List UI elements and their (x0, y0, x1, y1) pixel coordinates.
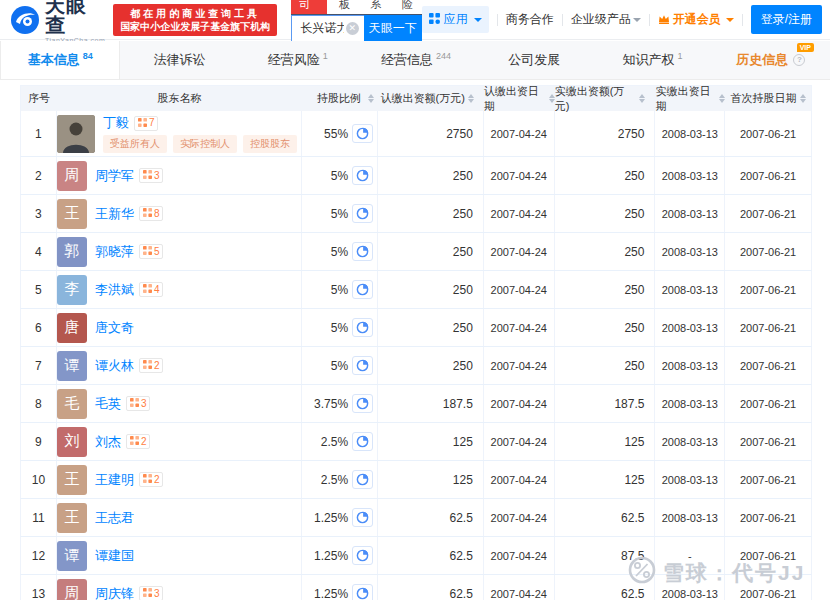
column-header[interactable]: 认缴出资额(万元) (378, 86, 484, 111)
enterprise-products-menu[interactable]: 企业级产品 (571, 11, 641, 28)
pie-chart-icon[interactable] (352, 508, 373, 527)
search-button[interactable]: 天眼一下 (364, 15, 422, 42)
avatar[interactable]: 王 (57, 503, 87, 533)
shareholder-name-link[interactable]: 王志君 (95, 509, 134, 527)
shareholder-name-link[interactable]: 丁毅 (103, 114, 129, 132)
relation-graph-icon (143, 170, 152, 181)
column-header[interactable]: 首次持股日期 (725, 86, 811, 111)
relation-count-badge[interactable]: 3 (139, 586, 164, 600)
row-index: 8 (35, 397, 42, 411)
table-row: 10 王 王建明 2 (20, 461, 812, 499)
shareholder-name-link[interactable]: 唐文奇 (95, 319, 134, 337)
section-tab[interactable]: 经营信息 244 ? (357, 41, 475, 79)
pie-chart-icon[interactable] (352, 204, 373, 223)
avatar[interactable]: 周 (57, 161, 87, 191)
paid-amount: 250 (624, 169, 644, 183)
row-index: 9 (35, 435, 42, 449)
pie-chart-icon[interactable] (352, 584, 373, 600)
pie-chart-icon[interactable] (352, 546, 373, 565)
shareholder-name-link[interactable]: 王新华 (95, 205, 134, 223)
paid-date: 2008-03-13 (662, 170, 718, 182)
shareholder-name-link[interactable]: 周学军 (95, 167, 134, 185)
sort-icon[interactable] (800, 94, 806, 103)
shareholder-name-link[interactable]: 周庆锋 (95, 585, 134, 600)
search-module: 查公司查老板查关系查风险 ✕ 天眼一下 (291, 0, 421, 42)
tianyancha-logo[interactable]: 天眼查 TianYanCha.com (10, 0, 105, 44)
relation-count-badge[interactable]: 5 (139, 244, 164, 259)
section-tab[interactable]: 法律诉讼 ? (120, 41, 238, 79)
shareholder-name-link[interactable]: 李洪斌 (95, 281, 134, 299)
business-cooperation-link[interactable]: 商务合作 (506, 11, 554, 28)
column-header[interactable]: 认缴出资日期 (484, 86, 555, 111)
avatar[interactable]: 王 (57, 465, 87, 495)
avatar[interactable]: 刘 (57, 427, 87, 457)
relation-count-badge[interactable]: 4 (139, 282, 164, 297)
paid-date: 2008-03-13 (662, 284, 718, 296)
paid-amount: 250 (624, 245, 644, 259)
vip-membership-menu[interactable]: 开通会员 (658, 11, 734, 28)
subscribed-amount: 62.5 (449, 511, 472, 525)
paid-amount: 250 (624, 207, 644, 221)
column-header[interactable]: 实缴出资日期 (655, 86, 725, 111)
sort-icon[interactable] (639, 94, 645, 103)
pie-chart-icon[interactable] (352, 432, 373, 451)
pie-chart-icon[interactable] (352, 470, 373, 489)
share-percent: 5% (331, 283, 348, 297)
apps-menu[interactable]: 应用 (422, 6, 489, 33)
shareholder-name-link[interactable]: 谭建国 (95, 547, 134, 565)
sort-icon[interactable] (468, 94, 474, 103)
shareholder-name-link[interactable]: 谭火林 (95, 357, 134, 375)
relation-count-badge[interactable]: 2 (139, 472, 164, 487)
pie-chart-icon[interactable] (352, 394, 373, 413)
avatar[interactable]: 王 (57, 199, 87, 229)
avatar[interactable]: 周 (57, 579, 87, 600)
section-tab[interactable]: 知识产权 1 ? (593, 41, 711, 79)
sort-icon[interactable] (368, 94, 374, 103)
section-tab[interactable]: 基本信息 84 ? (0, 41, 120, 79)
pie-chart-icon[interactable] (352, 356, 373, 375)
shareholder-tags: 受益所有人实际控制人控股股东 (103, 135, 297, 153)
section-tab[interactable]: 公司发展 ? (475, 41, 593, 79)
table-row: 4 郭 郭晓萍 5 (20, 233, 812, 271)
relation-count-badge[interactable]: 8 (139, 206, 164, 221)
relation-graph-icon (143, 284, 152, 295)
shareholder-name-link[interactable]: 王建明 (95, 471, 134, 489)
subscribed-date: 2007-04-24 (491, 128, 547, 140)
row-index: 7 (35, 359, 42, 373)
relation-count-badge[interactable]: 3 (139, 168, 164, 183)
avatar[interactable]: 谭 (57, 541, 87, 571)
shareholder-name-link[interactable]: 郭晓萍 (95, 243, 134, 261)
search-tab[interactable]: 查风险 (402, 0, 422, 14)
column-header[interactable]: 持股比例 (302, 86, 378, 111)
avatar[interactable]: 毛 (57, 389, 87, 419)
shareholder-name-link[interactable]: 毛英 (95, 395, 121, 413)
avatar[interactable]: 李 (57, 275, 87, 305)
relation-count-badge[interactable]: 3 (126, 396, 151, 411)
subscribed-date: 2007-04-24 (491, 360, 547, 372)
search-tab[interactable]: 查老板 (339, 0, 359, 14)
section-tab[interactable]: VIP 历史信息 ? (712, 41, 830, 79)
table-row: 5 李 李洪斌 4 (20, 271, 812, 309)
pie-chart-icon[interactable] (352, 124, 373, 143)
paid-amount: 250 (624, 321, 644, 335)
question-circle-icon[interactable]: ? (793, 54, 805, 66)
search-tab[interactable]: 查关系 (370, 0, 390, 14)
section-tab[interactable]: 经营风险 1 ? (239, 41, 357, 79)
clear-icon[interactable]: ✕ (346, 22, 359, 35)
pie-chart-icon[interactable] (352, 166, 373, 185)
search-tab[interactable]: 查公司 (291, 0, 327, 14)
pie-chart-icon[interactable] (352, 318, 373, 337)
column-header[interactable]: 实缴出资额(万元) (555, 86, 656, 111)
avatar[interactable]: 谭 (57, 351, 87, 381)
relation-count-badge[interactable]: 2 (139, 358, 164, 373)
login-register-button[interactable]: 登录/注册 (751, 5, 822, 34)
shareholder-name-link[interactable]: 刘杰 (95, 433, 121, 451)
avatar[interactable]: 唐 (57, 313, 87, 343)
pie-chart-icon[interactable] (352, 242, 373, 261)
pie-chart-icon[interactable] (352, 280, 373, 299)
avatar[interactable]: 郭 (57, 237, 87, 267)
subscribed-date: 2007-04-24 (491, 170, 547, 182)
relation-count-badge[interactable]: 7 (134, 116, 159, 131)
shareholder-photo[interactable] (57, 115, 95, 153)
relation-count-badge[interactable]: 2 (126, 434, 151, 449)
